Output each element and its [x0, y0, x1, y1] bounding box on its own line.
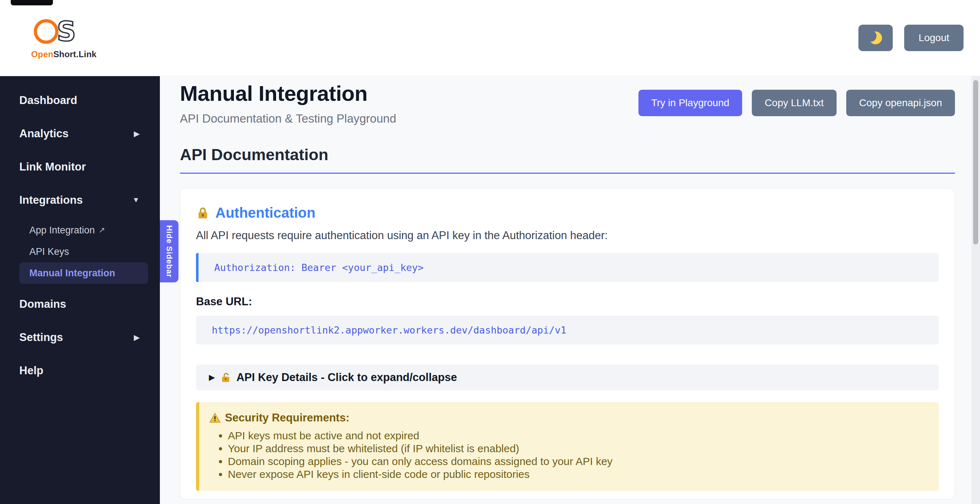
base-url-codeblock: https://openshortlink2.appworker.workers…	[196, 315, 939, 345]
sidebar-item-label: Dashboard	[19, 94, 77, 107]
lock-icon	[196, 206, 210, 220]
sidebar-item-api-keys[interactable]: API Keys	[19, 241, 148, 262]
section-title: API Documentation	[180, 146, 955, 164]
sidebar-item-dashboard[interactable]: Dashboard	[0, 84, 160, 117]
page-title: Manual Integration	[180, 81, 396, 106]
svg-text:S: S	[57, 16, 76, 47]
api-key-details-toggle[interactable]: ▶ API Key Details - Click to expand/coll…	[196, 365, 939, 390]
page-subtitle: API Documentation & Testing Playground	[180, 112, 396, 125]
chevron-right-icon: ▶	[134, 129, 140, 138]
sidebar-subitem-label: App Integration	[29, 225, 95, 236]
security-requirements-callout: Security Requirements: API keys must be …	[196, 402, 939, 491]
window-artifact	[11, 0, 53, 5]
security-requirement-item: Never expose API keys in client-side cod…	[228, 468, 926, 481]
logout-button[interactable]: Logout	[904, 25, 964, 51]
sidebar-item-label: Help	[19, 364, 43, 377]
sidebar-item-integrations[interactable]: Integrations ▼	[0, 183, 160, 217]
warning-icon	[209, 412, 221, 423]
security-requirement-item: Your IP address must be whitelisted (if …	[228, 442, 926, 455]
security-requirements-list: API keys must be active and not expired …	[209, 429, 926, 481]
sidebar-item-label: Link Monitor	[19, 160, 86, 173]
authentication-heading: Authentication	[196, 205, 939, 221]
base-url-code: https://openshortlink2.appworker.workers…	[212, 325, 566, 336]
page-actions: Try in Playground Copy LLM.txt Copy open…	[638, 90, 955, 116]
authentication-card: Authentication All API requests require …	[180, 188, 955, 499]
copy-llm-txt-button[interactable]: Copy LLM.txt	[752, 90, 837, 116]
security-requirement-item: Domain scoping applies - you can only ac…	[228, 455, 926, 468]
authentication-heading-label: Authentication	[215, 205, 315, 221]
sidebar: Dashboard Analytics ▶ Link Monitor Integ…	[0, 76, 160, 504]
chevron-down-icon: ▼	[132, 196, 140, 204]
sidebar-item-settings[interactable]: Settings ▶	[0, 321, 160, 354]
brand-name-rest: Short.Link	[53, 49, 97, 59]
authorization-header-codeblock: Authorization: Bearer <your_api_key>	[196, 253, 939, 282]
hide-sidebar-label: Hide Sidebar	[164, 225, 174, 277]
sidebar-item-help[interactable]: Help	[0, 354, 160, 387]
brand-name: OpenShort.Link	[31, 49, 97, 59]
section-divider	[180, 173, 955, 174]
security-requirement-item: API keys must be active and not expired	[228, 429, 926, 442]
base-url-label: Base URL:	[196, 294, 939, 309]
try-in-playground-button[interactable]: Try in Playground	[638, 90, 742, 116]
header-actions: Logout	[858, 25, 964, 51]
top-header: S OpenShort.Link Logout	[0, 0, 980, 76]
copy-openapi-json-button[interactable]: Copy openapi.json	[846, 90, 955, 116]
chevron-right-icon: ▶	[134, 333, 140, 342]
auth-intro-text: All API requests require authentication …	[196, 228, 939, 243]
sidebar-item-label: Integrations	[19, 194, 83, 207]
sidebar-item-label: Analytics	[19, 127, 69, 140]
page-head: Manual Integration API Documentation & T…	[180, 81, 955, 125]
sidebar-item-analytics[interactable]: Analytics ▶	[0, 117, 160, 150]
sidebar-item-app-integration[interactable]: App Integration ↗	[19, 219, 148, 241]
external-link-icon: ↗	[99, 225, 105, 235]
sidebar-item-label: Domains	[19, 298, 66, 311]
security-requirements-title-row: Security Requirements:	[209, 411, 926, 424]
sidebar-item-domains[interactable]: Domains	[0, 287, 160, 321]
sidebar-item-label: Settings	[19, 331, 63, 344]
main-content: Manual Integration API Documentation & T…	[160, 76, 971, 504]
disclosure-triangle-icon: ▶	[209, 373, 215, 382]
api-key-details-label: API Key Details - Click to expand/collap…	[236, 371, 457, 384]
moon-icon	[868, 30, 883, 46]
brand-name-open: Open	[31, 49, 53, 59]
unlock-icon	[220, 372, 231, 383]
sidebar-subitem-label: API Keys	[29, 246, 69, 257]
security-requirements-title: Security Requirements:	[225, 411, 350, 424]
hide-sidebar-button[interactable]: Hide Sidebar	[160, 220, 178, 282]
sidebar-item-link-monitor[interactable]: Link Monitor	[0, 150, 160, 183]
vertical-scrollbar[interactable]	[971, 76, 980, 504]
sidebar-subitem-label: Manual Integration	[29, 268, 115, 279]
authorization-header-code: Authorization: Bearer <your_api_key>	[214, 262, 423, 273]
sidebar-item-manual-integration[interactable]: Manual Integration	[19, 262, 148, 284]
brand-logo-icon: S	[31, 16, 88, 49]
brand-logo: S OpenShort.Link	[31, 16, 97, 59]
sidebar-integrations-submenu: App Integration ↗ API Keys Manual Integr…	[0, 219, 160, 284]
theme-toggle-button[interactable]	[858, 25, 893, 51]
scrollbar-thumb[interactable]	[973, 80, 978, 244]
